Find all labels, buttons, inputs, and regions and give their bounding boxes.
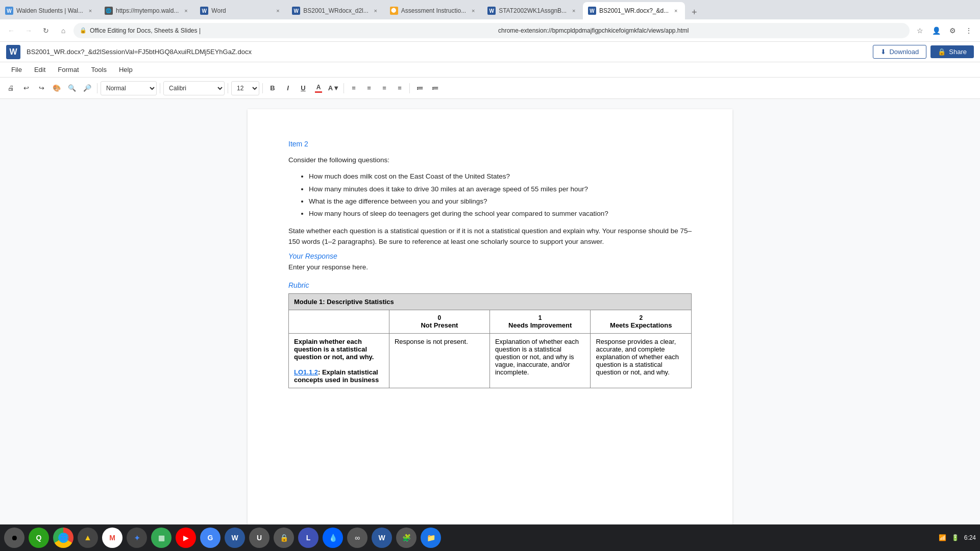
list-item: How many hours of sleep do teenagers get… [309, 208, 692, 220]
taskbar-icon-docs[interactable]: G [200, 528, 220, 548]
time-display: 6:24 [964, 534, 976, 541]
taskbar-icon-lv[interactable]: L [298, 528, 318, 548]
italic-button[interactable]: I [281, 82, 295, 95]
taskbar-icon-files[interactable]: 📁 [421, 528, 441, 548]
lo-link[interactable]: LO1.1.2 [294, 368, 318, 376]
tab-close-stat[interactable]: × [570, 7, 578, 15]
text-color-swatch [315, 91, 322, 93]
back-button[interactable]: ← [4, 23, 18, 38]
tab-walden[interactable]: W Walden Students | Wal... × [0, 2, 100, 19]
menu-edit[interactable]: Edit [29, 64, 51, 76]
app-logo: W [6, 45, 20, 59]
tab-close-tempo[interactable]: × [182, 7, 190, 15]
tab-favicon-walden: W [5, 7, 13, 15]
rubric-score-1: Explanation of whether each question is … [489, 333, 591, 388]
highlight-button[interactable]: A▼ [327, 82, 340, 95]
taskbar-icon-photos[interactable]: ✦ [127, 528, 147, 548]
forward-button[interactable]: → [21, 23, 36, 38]
redo-button[interactable]: ↪ [35, 82, 48, 95]
taskbar-icon-youtube[interactable]: ▶ [176, 528, 196, 548]
tab-word[interactable]: W Word × [195, 2, 287, 19]
align-left-button[interactable]: ≡ [347, 82, 360, 95]
font-selector[interactable]: Calibri [163, 81, 225, 95]
paint-format-button[interactable]: 🎨 [50, 82, 63, 95]
tab-close-bs2001a[interactable]: × [372, 7, 380, 15]
tab-favicon-tempo: 🌐 [105, 7, 113, 15]
tab-bar: W Walden Students | Wal... × 🌐 https://m… [0, 0, 980, 19]
taskbar-icon-ext[interactable]: 🧩 [396, 528, 416, 548]
document-title: BS2001_WR.docx?_&d2lSessionVal=FJ5btHGQ8… [27, 48, 867, 56]
undo-button[interactable]: ↩ [19, 82, 33, 95]
tab-stat[interactable]: W STAT2002WK1AssgnB... × [482, 2, 583, 19]
numbered-list-button[interactable]: ≔ [413, 82, 426, 95]
tab-close-word[interactable]: × [274, 7, 282, 15]
menu-file[interactable]: File [6, 64, 27, 76]
menu-format[interactable]: Format [53, 64, 84, 76]
tab-favicon-assessment: 🅐 [390, 7, 398, 15]
download-button[interactable]: ⬇ Download [873, 45, 926, 59]
tab-favicon-bs2001b: W [588, 7, 596, 15]
underline-button[interactable]: U [297, 82, 310, 95]
tab-favicon-stat: W [487, 7, 496, 15]
style-selector[interactable]: Normal [101, 81, 157, 95]
taskbar-icon-drop[interactable]: 💧 [323, 528, 343, 548]
rubric-table: Module 1: Descriptive Statistics 0 Not P… [288, 293, 692, 388]
taskbar-icon-link[interactable]: ∞ [347, 528, 368, 548]
bold-button[interactable]: B [266, 82, 279, 95]
tab-label-bs2001b: BS2001_WR.docx?_&d... [599, 7, 669, 14]
taskbar-icon-qb[interactable]: Q [29, 528, 49, 548]
zoom-in-button[interactable]: 🔍 [65, 82, 79, 95]
share-button[interactable]: 🔒 Share [930, 45, 974, 58]
list-item: How many minutes does it take to drive 3… [309, 183, 692, 195]
tab-tempo[interactable]: 🌐 https://mytempo.wald... × [100, 2, 195, 19]
tab-bs2001b[interactable]: W BS2001_WR.docx?_&d... × [583, 2, 685, 19]
tab-assessment[interactable]: 🅐 Assessment Instructio... × [385, 2, 482, 19]
taskbar-icon-vault[interactable]: 🔒 [274, 528, 294, 548]
rubric-heading: Rubric [288, 281, 692, 289]
taskbar-icon-meet[interactable]: ▦ [151, 528, 172, 548]
battery-icon: 🔋 [951, 534, 959, 541]
menu-tools[interactable]: Tools [86, 64, 112, 76]
home-button[interactable]: ⌂ [56, 23, 70, 38]
question-list: How much does milk cost on the East Coas… [288, 170, 692, 220]
menu-button[interactable]: ⋮ [962, 23, 976, 38]
taskbar-icon-word[interactable]: W [225, 528, 245, 548]
profile-button[interactable]: 👤 [929, 23, 943, 38]
taskbar-icon-chrome[interactable]: 🌐 [53, 528, 74, 548]
rubric-col-criteria [289, 310, 389, 333]
bullet-list-button[interactable]: ≔ [428, 82, 442, 95]
toolbar-sep-1 [97, 83, 97, 93]
response-heading: Your Response [288, 252, 692, 260]
reload-button[interactable]: ↻ [39, 23, 53, 38]
address-bar[interactable]: 🔒 Office Editing for Docs, Sheets & Slid… [74, 23, 910, 38]
response-text[interactable]: Enter your response here. [288, 263, 692, 271]
list-item: What is the age difference between you a… [309, 195, 692, 208]
tab-label-stat: STAT2002WK1AssgnB... [499, 7, 567, 14]
tab-label-word: Word [211, 7, 271, 14]
print-button[interactable]: 🖨 [4, 82, 17, 95]
extensions-button[interactable]: ⚙ [945, 23, 960, 38]
align-center-button[interactable]: ≡ [362, 82, 376, 95]
align-right-button[interactable]: ≡ [378, 82, 391, 95]
tab-close-walden[interactable]: × [86, 7, 94, 15]
taskbar-icon-record[interactable]: ⏺ [4, 528, 24, 548]
address-url: chrome-extension://bpmcpldpdmajfigpchkic… [498, 27, 903, 34]
taskbar-icon-word2[interactable]: W [372, 528, 392, 548]
tab-close-bs2001b[interactable]: × [672, 7, 680, 15]
taskbar-icon-drive[interactable]: ▲ [78, 528, 98, 548]
menu-help[interactable]: Help [114, 64, 138, 76]
font-size-selector[interactable]: 12 [231, 81, 259, 95]
tab-close-assessment[interactable]: × [469, 7, 477, 15]
justify-button[interactable]: ≡ [393, 82, 406, 95]
taskbar: ⏺ Q 🌐 ▲ M ✦ ▦ ▶ G W U 🔒 L 💧 ∞ W 🧩 📁 📶 🔋 … [0, 524, 980, 551]
menu-bar: File Edit Format Tools Help [0, 62, 980, 78]
bookmark-button[interactable]: ☆ [913, 23, 927, 38]
toolbar-sep-5 [344, 83, 344, 93]
zoom-out-button[interactable]: 🔎 [81, 82, 94, 95]
share-label: Share [949, 48, 967, 56]
text-color-button[interactable]: A [312, 82, 325, 95]
taskbar-icon-gmail[interactable]: M [102, 528, 122, 548]
new-tab-button[interactable]: + [687, 5, 701, 19]
tab-bs2001a[interactable]: W BS2001_WRdocx_d2l... × [287, 2, 384, 19]
taskbar-icon-u[interactable]: U [249, 528, 270, 548]
